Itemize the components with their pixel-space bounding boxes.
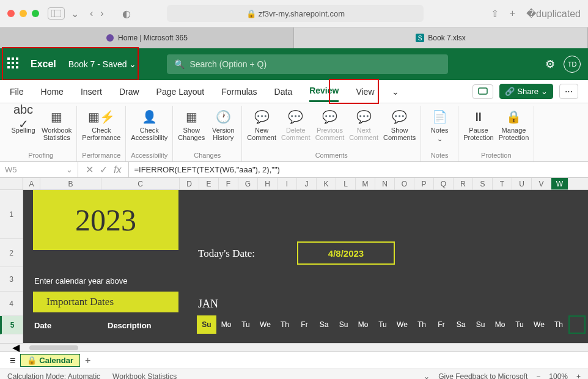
show-comments-button[interactable]: 💬Show Comments [383,106,416,150]
tab-review[interactable]: Review [309,81,339,102]
feedback-link[interactable]: Give Feedback to Microsoft [438,372,527,379]
row-4[interactable]: 4 [0,292,23,316]
share-button[interactable]: 🔗 Share ⌄ [499,84,553,99]
day-header[interactable]: Th [275,315,295,334]
day-header[interactable]: Mo [216,315,236,334]
scroll-left-icon[interactable]: ◀ [12,342,20,353]
year-cell[interactable]: 2023 [33,190,178,250]
day-header[interactable]: Sa [314,315,334,334]
col-I[interactable]: I [277,178,297,190]
col-T[interactable]: T [493,178,512,190]
col-A[interactable]: A [23,178,40,190]
minimize-window[interactable] [20,10,27,17]
day-header[interactable]: Mo [353,315,373,334]
tab-view[interactable]: View [356,82,374,101]
maximize-window[interactable] [32,10,39,17]
sheet-tab-calendar[interactable]: 🔒 Calendar [20,354,80,367]
tab-data[interactable]: Data [274,82,293,101]
privacy-shield-icon[interactable]: ◐ [122,8,131,20]
address-bar[interactable]: 🔒 zf3vr-my.sharepoint.com [167,5,424,22]
col-W[interactable]: W [551,178,568,190]
row-5[interactable]: 5 [0,316,23,334]
zoom-level[interactable]: 100% [549,372,568,379]
day-header[interactable]: Tu [373,315,392,334]
select-all-corner[interactable] [0,178,23,190]
show-changes-button[interactable]: ▦Show Changes [178,106,205,150]
today-date-cell[interactable]: 4/8/2023 [297,241,395,265]
col-D[interactable]: D [180,178,199,190]
col-F[interactable]: F [219,178,238,190]
user-avatar[interactable]: TD [564,56,581,73]
day-header[interactable]: Su [471,315,490,334]
day-header[interactable]: We [529,315,549,334]
worksheet[interactable]: 2023 Today's Date: 4/8/2023 Enter calend… [23,190,588,343]
back-button[interactable]: ‹ [90,8,93,19]
dropdown-icon[interactable]: ⌄ [71,8,79,20]
search-input[interactable]: 🔍 Search (Option + Q) [167,54,448,74]
col-Q[interactable]: Q [434,178,454,190]
row-2[interactable]: 2 [0,239,23,267]
row-1[interactable]: 1 [0,190,23,239]
scroll-thumb[interactable] [29,345,78,350]
col-V[interactable]: V [532,178,551,190]
tab-insert[interactable]: Insert [81,82,102,101]
workbook-stats-button[interactable]: ▦Workbook Statistics [42,106,72,150]
day-header[interactable]: Su [197,315,216,334]
name-box[interactable]: W5⌄ [0,162,78,177]
manage-protection-button[interactable]: 🔒Manage Protection [499,106,529,150]
tab-formulas[interactable]: Formulas [221,82,257,101]
day-header[interactable]: Th [549,315,568,334]
comments-pane-button[interactable] [472,84,493,99]
tab-more-icon[interactable]: ⌄ [392,82,399,101]
col-P[interactable]: P [414,178,434,190]
document-name[interactable]: Book 7 - Saved ⌄ [68,59,137,69]
day-header[interactable]: Sa [451,315,471,334]
formula-input[interactable]: =IFERROR(LEFT(TEXT(W6,"aaa"), 2),"") [129,165,588,174]
notes-button[interactable]: 📄Notes⌄ [426,106,453,150]
tab-home[interactable]: Home [41,82,64,101]
col-O[interactable]: O [395,178,414,190]
share-icon[interactable]: ⇧ [491,8,499,20]
col-K[interactable]: K [317,178,336,190]
tabs-icon[interactable]: �duplicated [526,8,581,20]
tab-page-layout[interactable]: Page Layout [156,82,205,101]
more-options-button[interactable]: ⋯ [559,84,578,99]
col-H[interactable]: H [258,178,277,190]
day-header[interactable]: We [392,315,412,334]
check-performance-button[interactable]: ▦⚡Check Performance [82,106,120,150]
day-header[interactable]: Su [334,315,353,334]
col-S[interactable]: S [473,178,493,190]
browser-tab-book7[interactable]: S Book 7.xlsx [294,28,588,48]
col-J[interactable]: J [297,178,317,190]
col-M[interactable]: M [356,178,375,190]
tab-draw[interactable]: Draw [119,82,139,101]
day-header[interactable]: Fr [432,315,451,334]
col-B[interactable]: B [40,178,101,190]
version-history-button[interactable]: 🕐Version History [210,106,237,150]
forward-button[interactable]: › [100,8,103,19]
new-comment-button[interactable]: 💬New Comment [247,106,276,150]
confirm-icon[interactable]: ✓ [100,164,108,175]
check-accessibility-button[interactable]: 👤Check Accessibility [131,106,167,150]
col-R[interactable]: R [454,178,473,190]
day-header[interactable]: Fr [295,315,314,334]
spelling-button[interactable]: abc✓Spelling [10,106,37,150]
close-window[interactable] [7,10,15,17]
sidebar-toggle-icon[interactable] [48,7,65,20]
pause-protection-button[interactable]: ⏸Pause Protection [463,106,494,150]
zoom-out-icon[interactable]: − [536,372,540,379]
add-sheet-button[interactable]: + [85,355,90,366]
browser-tab-home[interactable]: Home | Microsoft 365 [0,28,294,48]
day-header[interactable]: Mo [490,315,510,334]
new-tab-icon[interactable]: + [510,8,515,20]
horizontal-scrollbar[interactable]: ◀ [0,343,588,351]
day-header[interactable]: Tu [236,315,255,334]
col-G[interactable]: G [238,178,258,190]
cancel-icon[interactable]: ✕ [86,164,94,175]
dropdown-icon[interactable]: ⌄ [424,372,430,379]
tab-file[interactable]: File [10,82,24,101]
col-L[interactable]: L [336,178,356,190]
calc-mode[interactable]: Calculation Mode: Automatic [7,372,100,379]
row-3[interactable]: 3 [0,267,23,292]
settings-icon[interactable]: ⚙ [545,57,555,71]
